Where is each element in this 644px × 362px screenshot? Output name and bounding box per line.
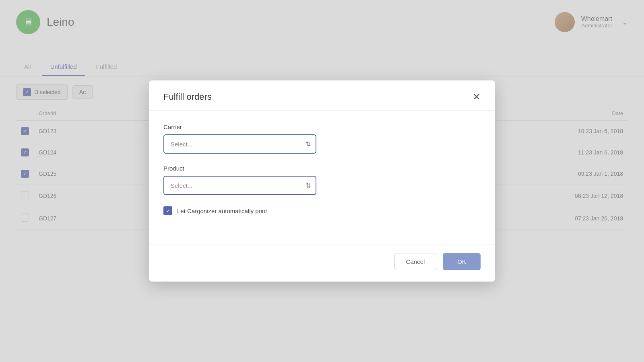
fulfill-orders-modal: Fulfill orders ✕ Carrier Select... DHL F…: [149, 80, 495, 282]
modal-overlay: Fulfill orders ✕ Carrier Select... DHL F…: [0, 0, 644, 362]
close-button[interactable]: ✕: [473, 92, 481, 102]
modal-header: Fulfill orders ✕: [149, 80, 495, 111]
product-select-wrapper: Select... Product A Product B Product C …: [163, 176, 316, 195]
carrier-select-wrapper: Select... DHL FedEx UPS USPS ⇅: [163, 134, 316, 154]
cancel-button[interactable]: Cancel: [394, 253, 437, 270]
carrier-form-group: Carrier Select... DHL FedEx UPS USPS ⇅: [163, 123, 481, 154]
modal-body: Carrier Select... DHL FedEx UPS USPS ⇅ P…: [149, 111, 495, 245]
carrier-select[interactable]: Select... DHL FedEx UPS USPS: [163, 134, 316, 154]
product-form-group: Product Select... Product A Product B Pr…: [163, 165, 481, 195]
modal-title: Fulfill orders: [163, 92, 212, 102]
product-label: Product: [163, 165, 481, 172]
auto-print-checkbox[interactable]: ✓: [163, 206, 172, 215]
auto-print-label: Let Cargonizer automatically print: [177, 208, 267, 214]
ok-button[interactable]: OK: [443, 253, 481, 270]
modal-footer: Cancel OK: [149, 245, 495, 282]
product-select[interactable]: Select... Product A Product B Product C: [163, 176, 316, 195]
carrier-label: Carrier: [163, 123, 481, 130]
auto-print-row: ✓ Let Cargonizer automatically print: [163, 206, 481, 215]
